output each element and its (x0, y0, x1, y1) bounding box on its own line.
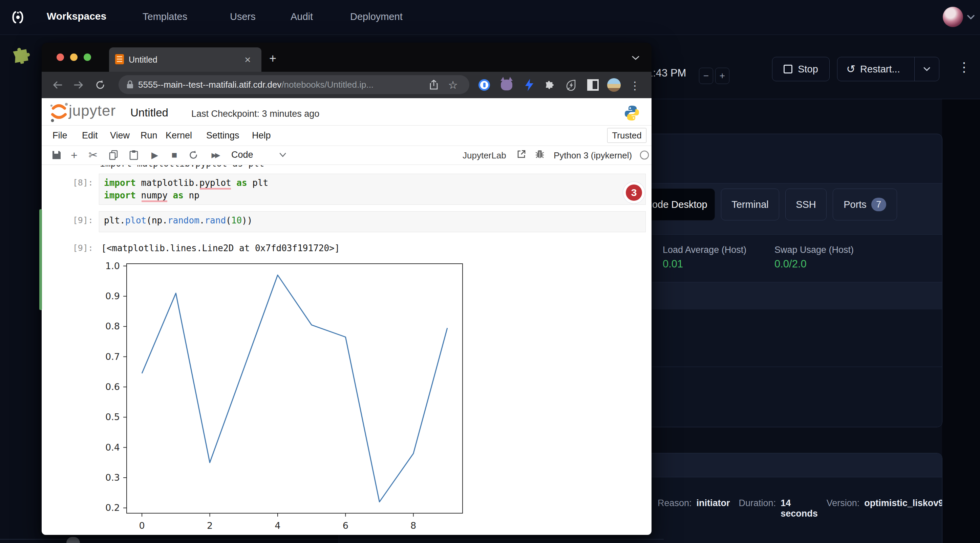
interrupt-kernel-button[interactable]: ■ (167, 146, 182, 165)
reason-value: initiator (697, 498, 730, 508)
maximize-window-button[interactable] (84, 54, 91, 61)
user-menu-chevron-icon[interactable] (966, 14, 976, 22)
cut-cells-button[interactable]: ✂ (86, 146, 100, 165)
nav-templates[interactable]: Templates (143, 11, 187, 22)
svg-text:0.5: 0.5 (105, 412, 120, 422)
ext-lightning-icon[interactable] (522, 78, 536, 92)
stop-workspace-button[interactable]: Stop (772, 57, 830, 81)
copy-cells-button[interactable] (106, 146, 121, 165)
browser-toolbar: 5555--main--test--matifali.atif.cdr.dev/… (41, 72, 652, 98)
ext-energy-saver-icon[interactable] (565, 78, 578, 92)
save-button[interactable] (49, 146, 64, 165)
restart-main[interactable]: ↺ Restart... (837, 57, 909, 81)
bookmark-star-icon[interactable]: ☆ (448, 79, 458, 91)
nav-audit[interactable]: Audit (291, 11, 313, 22)
svg-text:0.3: 0.3 (105, 472, 120, 483)
url-bar[interactable]: 5555--main--test--matifali.atif.cdr.dev/… (119, 75, 469, 94)
badge-count: 3 (626, 184, 642, 201)
restart-run-all-button[interactable]: ▶▶ (206, 146, 224, 165)
ext-1password-icon[interactable] (477, 78, 491, 92)
tab-search-chevron-icon[interactable] (631, 55, 640, 62)
svg-text:6: 6 (343, 520, 348, 531)
svg-text:0.9: 0.9 (105, 291, 120, 301)
matplotlib-figure: 0.20.30.40.50.60.70.80.91.002468 (102, 261, 484, 533)
menu-file[interactable]: File (52, 130, 67, 141)
menu-help[interactable]: Help (252, 130, 271, 141)
add-cell-button[interactable]: + (67, 146, 82, 165)
output-prompt: [9]: (69, 243, 93, 253)
restart-label: Restart... (860, 64, 900, 75)
nav-users[interactable]: Users (230, 11, 256, 22)
external-link-icon[interactable] (517, 150, 526, 160)
app-ports-button[interactable]: Ports 7 (833, 189, 897, 221)
kernel-status-icon (639, 150, 650, 162)
profile-avatar-icon[interactable] (607, 78, 621, 92)
duration-label: Duration: (739, 498, 776, 508)
nav-deployment[interactable]: Deployment (350, 11, 402, 22)
user-avatar[interactable] (943, 7, 963, 27)
kernel-activity-badge[interactable]: 3 (623, 182, 645, 203)
menu-run[interactable]: Run (140, 130, 158, 141)
output-text: [<matplotlib.lines.Line2D at 0x7fd03f191… (101, 243, 340, 253)
version-label: Version: (827, 498, 860, 508)
menu-edit[interactable]: Edit (82, 130, 98, 141)
back-icon[interactable] (51, 79, 64, 91)
restart-workspace-button[interactable]: ↺ Restart... (837, 57, 939, 81)
workspace-kebab-menu[interactable]: ⋮ (958, 60, 970, 75)
menu-kernel[interactable]: Kernel (165, 130, 192, 141)
trusted-badge[interactable]: Trusted (607, 128, 646, 143)
kernel-name[interactable]: Python 3 (ipykernel) (554, 150, 632, 161)
jupyter-page: jupyter Untitled Last Checkpoint: 3 minu… (41, 98, 652, 535)
url-text: 5555--main--test--matifali.atif.cdr.dev/… (138, 79, 374, 90)
run-cell-button[interactable]: ▶ (147, 146, 162, 165)
padlock-icon[interactable] (126, 80, 134, 91)
notebook-title[interactable]: Untitled (130, 106, 168, 119)
cell-type-dropdown[interactable]: Code (231, 150, 253, 160)
bottom-divider (0, 539, 664, 540)
cell-type-chevron-icon[interactable] (279, 152, 287, 159)
swap-usage-label: Swap Usage (Host) (775, 245, 854, 255)
version-value[interactable]: optimistic_liskov9 (864, 498, 942, 508)
paste-cells-button[interactable] (126, 146, 141, 165)
reload-icon[interactable] (94, 79, 107, 91)
browser-tab[interactable]: Untitled × (109, 48, 261, 72)
tab-title: Untitled (129, 55, 158, 65)
browser-window: Untitled × + 5555--main--test--m (41, 43, 652, 535)
zoom-out-button[interactable]: − (699, 68, 713, 84)
build-info-line: Reason: initiator Duration: 14 seconds V… (658, 498, 942, 519)
menu-settings[interactable]: Settings (206, 130, 239, 141)
header-divider (652, 99, 980, 99)
browser-kebab-menu-icon[interactable]: ⋮ (630, 79, 640, 92)
open-jupyterlab-link[interactable]: JupyterLab (463, 150, 506, 161)
close-tab-icon[interactable]: × (245, 54, 251, 66)
app-ssh-button[interactable]: SSH (785, 189, 827, 221)
browser-tab-strip: Untitled × + (41, 43, 652, 72)
jupyter-logo-icon[interactable] (49, 101, 69, 124)
coder-logo-icon[interactable] (10, 9, 26, 27)
reason-label: Reason: (658, 498, 692, 508)
debugger-bug-icon[interactable] (535, 149, 545, 160)
svg-text:4: 4 (275, 520, 280, 531)
close-window-button[interactable] (57, 54, 64, 61)
restart-kernel-button[interactable] (186, 146, 201, 165)
minimize-window-button[interactable] (70, 54, 78, 61)
app-label: Terminal (732, 199, 769, 210)
svg-text:0.6: 0.6 (105, 381, 120, 392)
ext-reader-icon[interactable] (586, 78, 600, 92)
forward-icon[interactable] (72, 79, 85, 91)
zoom-in-button[interactable]: + (715, 68, 729, 84)
svg-text:1.0: 1.0 (105, 261, 120, 271)
load-average-value: 0.01 (663, 258, 683, 270)
cell-input-prompt: [9]: (69, 215, 93, 225)
menu-view[interactable]: View (110, 130, 130, 141)
new-tab-button[interactable]: + (269, 51, 276, 66)
restart-options-chevron[interactable] (914, 57, 939, 81)
code-cell[interactable]: import matplotlib.pyplot as pltimport nu… (99, 174, 646, 205)
share-icon[interactable] (430, 79, 438, 91)
extensions-puzzle-icon[interactable] (543, 78, 556, 92)
nav-workspaces[interactable]: Workspaces (47, 11, 106, 22)
code-cell[interactable]: plt.plot(np.random.rand(10)) (99, 211, 646, 232)
svg-text:0.4: 0.4 (105, 442, 120, 452)
ext-github-cat-icon[interactable] (500, 78, 513, 92)
app-terminal-button[interactable]: Terminal (721, 189, 779, 221)
